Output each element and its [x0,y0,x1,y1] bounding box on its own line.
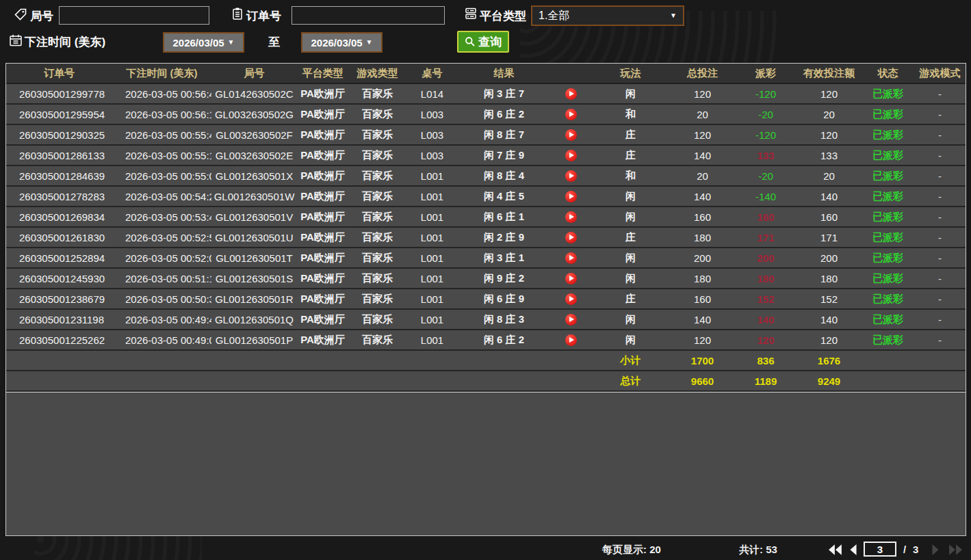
video-play-button[interactable] [565,88,577,100]
cell-valid_bet: 133 [797,146,862,165]
next-page-button[interactable] [931,544,940,555]
cell-order_id: 260305001231198 [6,310,112,329]
subtotal-order_id [6,351,112,370]
subtotal-total_bet: 1700 [670,351,735,370]
col-header-game_mode: 游戏模式 [914,64,966,83]
table-row: 2603050012311982026-03-05 00:49:45GL0012… [6,310,966,330]
video-play-button[interactable] [565,129,577,141]
cell-play: 闲 [591,330,670,349]
cell-total_bet: 120 [670,330,735,349]
video-play-button[interactable] [565,170,577,182]
total-count-label: 共计: 53 [739,544,777,557]
cell-play: 和 [591,166,670,185]
cell-game_mode: - [914,125,966,144]
cell-status: 已派彩 [862,166,914,185]
cell-platform: PA欧洲厅 [297,125,348,144]
date-from-select[interactable]: 2026/03/05 ▼ [163,32,244,53]
grand_total-platform [297,371,348,390]
cell-platform: PA欧洲厅 [297,84,348,103]
table-row: 2603050012861332026-03-05 00:55:14GL0032… [6,146,966,166]
cell-game_mode: - [914,146,966,165]
cell-game_type: 百家乐 [348,187,406,206]
cell-status: 已派彩 [862,125,914,144]
order-no-input[interactable] [292,6,445,25]
platform-type-select[interactable]: 1.全部 ▼ [531,5,684,26]
subtotal-table_no [406,351,458,370]
cell-game_type: 百家乐 [348,228,406,247]
video-play-button[interactable] [565,314,577,325]
video-play-button[interactable] [565,273,577,284]
cell-video [550,289,591,308]
subtotal-bet_time [112,351,211,370]
cell-platform: PA欧洲厅 [297,207,348,226]
cell-play: 闲 [591,84,670,103]
video-play-button[interactable] [565,109,577,120]
video-play-button[interactable] [565,211,577,223]
cell-game_mode: - [914,289,966,308]
current-page-input[interactable] [864,542,896,557]
cell-video [550,228,591,247]
cell-game_type: 百家乐 [348,166,406,185]
cell-video [550,166,591,185]
cell-platform: PA欧洲厅 [297,166,348,185]
table-row: 2603050012528942026-03-05 00:52:00GL0012… [6,248,966,269]
cell-result: 闲 6 庄 2 [458,105,550,124]
cell-play: 闲 [591,310,670,329]
cell-valid_bet: 140 [797,187,862,206]
video-play-button[interactable] [565,150,577,161]
cell-game_mode: - [914,228,966,247]
grand_total-row: 总计966011899249 [6,371,966,392]
grand_total-play: 总计 [591,371,670,390]
round-no-input[interactable] [59,6,209,25]
cell-payout: -20 [735,105,797,124]
video-play-button[interactable] [565,334,577,346]
video-play-button[interactable] [565,252,577,264]
platform-type-value: 1.全部 [539,9,569,23]
cell-status: 已派彩 [862,84,914,103]
cell-total_bet: 180 [670,228,735,247]
cell-play: 闲 [591,248,670,267]
total-pages-value: 3 [913,544,918,555]
cell-bet_time: 2026-03-05 00:49:45 [112,310,211,329]
cell-round_no: GL0032630502F [211,125,297,144]
cell-total_bet: 140 [670,146,735,165]
cell-status: 已派彩 [862,289,914,308]
cell-table_no: L001 [406,187,458,206]
cell-bet_time: 2026-03-05 00:55:06 [112,166,211,185]
video-play-button[interactable] [565,191,577,202]
table-row: 2603050012698342026-03-05 00:53:40GL0012… [6,207,966,228]
cell-round_no: GL0012630501Q [211,310,297,329]
cell-platform: PA欧洲厅 [297,310,348,329]
cell-round_no: GL0012630501S [211,269,297,288]
cell-game_type: 百家乐 [348,105,406,124]
cell-total_bet: 180 [670,269,735,288]
date-to-select[interactable]: 2026/03/05 ▼ [301,32,383,53]
cell-total_bet: 160 [670,289,735,308]
cell-payout: 120 [735,330,797,349]
cell-game_mode: - [914,207,966,226]
cell-round_no: GL0012630501R [211,289,297,308]
cell-game_type: 百家乐 [348,207,406,226]
col-header-payout: 派彩 [735,64,797,83]
cell-game_type: 百家乐 [348,125,406,144]
cell-game_type: 百家乐 [348,269,406,288]
video-play-button[interactable] [565,293,577,305]
cell-game_mode: - [914,248,966,267]
cell-valid_bet: 140 [797,310,862,329]
subtotal-payout: 836 [735,351,797,370]
first-page-button[interactable] [829,544,842,555]
cell-table_no: L003 [406,105,458,124]
last-page-button[interactable] [948,544,962,555]
cell-game_mode: - [914,105,966,124]
subtotal-round_no [211,351,297,370]
cell-valid_bet: 20 [797,105,862,124]
cell-bet_time: 2026-03-05 00:49:04 [112,330,211,349]
cell-payout: 140 [735,310,797,329]
cell-payout: -120 [735,125,797,144]
video-play-button[interactable] [565,232,577,243]
query-button[interactable]: 查询 [457,31,509,53]
cell-order_id: 260305001238679 [6,289,112,308]
cell-order_id: 260305001245930 [6,269,112,288]
cell-game_mode: - [914,166,966,185]
prev-page-button[interactable] [849,544,858,555]
